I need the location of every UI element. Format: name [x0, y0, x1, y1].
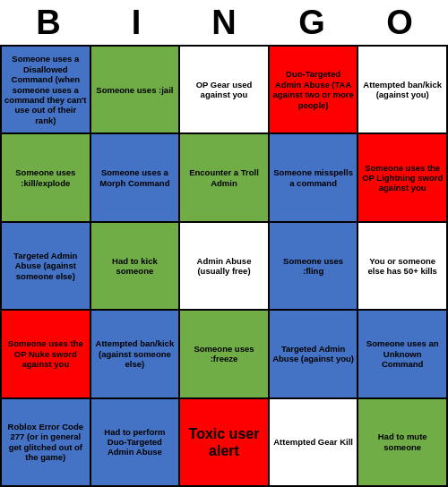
- bingo-header: BINGO: [0, 0, 448, 45]
- cell-r0-c2: OP Gear used against you: [180, 47, 268, 132]
- bingo-grid: Someone uses a Disallowed Command (when …: [0, 45, 448, 487]
- cell-r0-c3: Duo-Targeted Admin Abuse (TAA against tw…: [270, 47, 358, 132]
- cell-r3-c0: Someone uses the OP Nuke sword against y…: [2, 311, 90, 397]
- cell-r2-c2: Admin Abuse (usually free): [180, 223, 268, 309]
- cell-r3-c2: Someone uses :freeze: [180, 311, 268, 397]
- cell-r1-c2: Encounter a Troll Admin: [180, 134, 268, 220]
- cell-r2-c0: Targeted Admin Abuse (against someone el…: [2, 223, 90, 309]
- cell-r4-c4: Had to mute someone: [358, 399, 446, 485]
- cell-r3-c3: Targeted Admin Abuse (against you): [270, 311, 358, 397]
- cell-r4-c0: Roblox Error Code 277 (or in general get…: [2, 399, 90, 485]
- header-letter-n: N: [180, 4, 268, 42]
- cell-r4-c3: Attempted Gear Kill: [270, 399, 358, 485]
- bingo-container: BINGO Someone uses a Disallowed Command …: [0, 0, 448, 487]
- cell-r2-c1: Had to kick someone: [91, 223, 179, 309]
- cell-r4-c2: Toxic user alert: [180, 399, 268, 485]
- cell-r1-c4: Someone uses the OP Lightning sword agai…: [358, 134, 446, 220]
- header-letter-g: G: [268, 4, 356, 42]
- header-letter-i: I: [92, 4, 180, 42]
- cell-r0-c1: Someone uses :jail: [91, 47, 179, 132]
- cell-r3-c1: Attempted ban/kick (against someone else…: [91, 311, 179, 397]
- cell-r3-c4: Someone uses an Unknown Command: [358, 311, 446, 397]
- header-letter-b: B: [4, 4, 92, 42]
- header-letter-o: O: [356, 4, 444, 42]
- cell-r2-c4: You or someone else has 50+ kills: [358, 223, 446, 309]
- cell-r0-c4: Attempted ban/kick (against you): [358, 47, 446, 132]
- cell-r1-c3: Someone misspells a command: [270, 134, 358, 220]
- cell-r0-c0: Someone uses a Disallowed Command (when …: [2, 47, 90, 132]
- cell-r2-c3: Someone uses :fling: [270, 223, 358, 309]
- cell-r1-c1: Someone uses a Morph Command: [91, 134, 179, 220]
- cell-r1-c0: Someone uses :kill/explode: [2, 134, 90, 220]
- cell-r4-c1: Had to perform Duo-Targeted Admin Abuse: [91, 399, 179, 485]
